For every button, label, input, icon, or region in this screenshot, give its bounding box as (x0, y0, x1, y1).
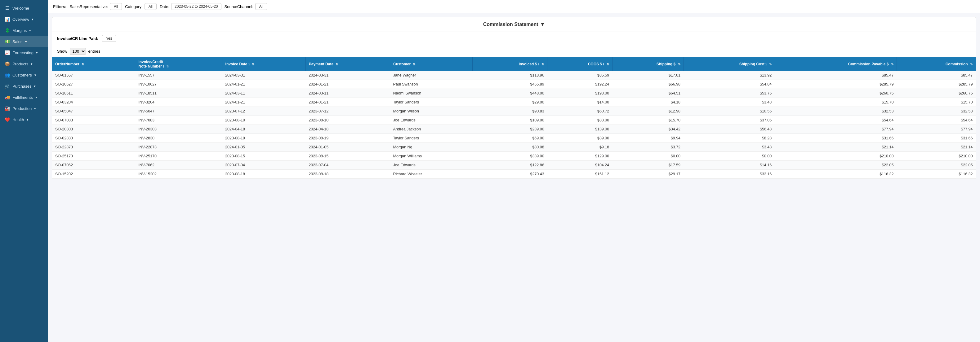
chevron-fulfillments: ▾ (35, 95, 37, 100)
col-customer[interactable]: Customer ⇅ (390, 57, 473, 71)
cell-shipping: $66.98 (612, 80, 684, 89)
cell-payment-date: 2023-07-12 (305, 107, 390, 116)
cell-order-number: SO-01557 (52, 71, 135, 80)
sales-rep-btn[interactable]: All (110, 3, 122, 10)
report-title: Commission Statement (483, 22, 538, 27)
cell-cogs: $198.00 (547, 89, 612, 98)
cell-commission: $285.79 (897, 80, 976, 89)
cell-customer: Paul Swanson (390, 80, 473, 89)
cell-cogs: $9.18 (547, 143, 612, 152)
source-channel-label: SourceChannel: (224, 4, 253, 9)
col-payment-date[interactable]: Payment Date ⇅ (305, 57, 390, 71)
cell-commission: $210.00 (897, 152, 976, 161)
cell-invoiced: $465.89 (473, 80, 547, 89)
cell-shipping: $64.51 (612, 89, 684, 98)
table-body: SO-01557 INV-1557 2024-03-31 2024-03-31 … (52, 71, 976, 179)
source-channel-btn[interactable]: All (255, 3, 267, 10)
cell-cogs: $139.00 (547, 125, 612, 134)
report-controls: Invoice/CR Line Paid: Yes (52, 32, 976, 45)
cell-invoiced: $239.00 (473, 125, 547, 134)
cell-invoiced: $109.00 (473, 116, 547, 125)
cell-order-number: SO-22873 (52, 143, 135, 152)
cell-commission: $15.70 (897, 98, 976, 107)
cell-order-number: SO-18511 (52, 89, 135, 98)
cell-customer: Joe Edwards (390, 116, 473, 125)
sidebar-item-margins[interactable]: 💲 Margins ▾ (0, 25, 48, 36)
sidebar-item-purchases[interactable]: 🛒 Purchases ▾ (0, 81, 48, 92)
sales-rep-filter: SalesRepresentative: All (70, 3, 122, 10)
cell-commission: $32.53 (897, 107, 976, 116)
col-shipping-cost[interactable]: Shipping Cost ℹ ⇅ (684, 57, 775, 71)
date-label: Date: (160, 4, 169, 9)
cell-invoice-credit-note: INV-7083 (135, 116, 222, 125)
sidebar-item-label-purchases: Purchases (13, 84, 31, 89)
cell-invoice-date: 2024-03-11 (222, 89, 305, 98)
sidebar-item-customers[interactable]: 👥 Customers ▾ (0, 70, 48, 81)
col-cogs[interactable]: COGS $ ℹ ⇅ (547, 57, 612, 71)
sidebar-item-label-fulfillments: Fulfillments (13, 95, 33, 100)
col-commission-payable[interactable]: Commission Payable $ ⇅ (775, 57, 897, 71)
sidebar-item-forecasting[interactable]: 📈 Forecasting ▾ (0, 47, 48, 58)
cell-cogs: $192.24 (547, 80, 612, 89)
cell-cogs: $104.24 (547, 161, 612, 170)
sidebar-item-welcome[interactable]: ☰ Welcome (0, 3, 48, 14)
report-title-chevron: ▼ (540, 22, 545, 27)
sidebar-item-label-production: Production (13, 106, 32, 111)
col-invoiced[interactable]: Invoiced $ ℹ ⇅ (473, 57, 547, 71)
cell-invoice-date: 2023-08-10 (222, 116, 305, 125)
cell-invoice-date: 2024-01-05 (222, 143, 305, 152)
cell-invoice-date: 2024-01-21 (222, 98, 305, 107)
cell-customer: Morgan Williams (390, 152, 473, 161)
sidebar-item-production[interactable]: 🏭 Production ▾ (0, 103, 48, 114)
sidebar-item-label-customers: Customers (13, 73, 32, 78)
sidebar-item-health[interactable]: ❤️ Health ▾ (0, 114, 48, 125)
purchases-icon: 🛒 (4, 84, 10, 89)
category-label: Category: (125, 4, 142, 9)
cell-shipping-cost: $56.48 (684, 125, 775, 134)
cell-cogs: $60.72 (547, 107, 612, 116)
col-invoice-credit-note[interactable]: Invoice/CreditNote Number ℹ ⇅ (135, 57, 222, 71)
cell-invoiced: $29.00 (473, 98, 547, 107)
cell-customer: Morgan Wilson (390, 107, 473, 116)
sidebar-item-products[interactable]: 📦 Products ▾ (0, 58, 48, 70)
sidebar-item-sales[interactable]: 💵 Sales ▾ (0, 36, 48, 47)
col-order-number[interactable]: OrderNumber ⇅ (52, 57, 135, 71)
cell-payment-date: 2024-01-21 (305, 98, 390, 107)
cell-order-number: SO-20303 (52, 125, 135, 134)
report-title-bar[interactable]: Commission Statement ▼ (52, 17, 976, 32)
cell-order-number: SO-02830 (52, 134, 135, 143)
cell-shipping-cost: $14.16 (684, 161, 775, 170)
invoice-paid-btn[interactable]: Yes (102, 35, 116, 42)
cell-shipping: $4.18 (612, 98, 684, 107)
col-shipping[interactable]: Shipping $ ⇅ (612, 57, 684, 71)
cell-invoice-credit-note: INV-3204 (135, 98, 222, 107)
cell-payment-date: 2024-01-05 (305, 143, 390, 152)
sidebar-item-overview[interactable]: 📊 Overview ▾ (0, 14, 48, 25)
cell-payment-date: 2024-03-11 (305, 89, 390, 98)
table-row: SO-01557 INV-1557 2024-03-31 2024-03-31 … (52, 71, 976, 80)
cell-shipping-cost: $37.06 (684, 116, 775, 125)
show-select[interactable]: 100 25 50 200 (70, 48, 86, 55)
sidebar-item-fulfillments[interactable]: 🚚 Fulfillments ▾ (0, 92, 48, 103)
overview-icon: 📊 (4, 17, 10, 22)
cell-order-number: SO-07083 (52, 116, 135, 125)
col-invoice-date[interactable]: Invoice Date ℹ ⇅ (222, 57, 305, 71)
cell-shipping-cost: $3.48 (684, 143, 775, 152)
cell-shipping: $12.98 (612, 107, 684, 116)
cell-commission-payable: $31.66 (775, 134, 897, 143)
cell-shipping-cost: $0.00 (684, 152, 775, 161)
col-commission[interactable]: Commission ⇅ (897, 57, 976, 71)
cell-invoiced: $118.96 (473, 71, 547, 80)
customers-icon: 👥 (4, 73, 10, 78)
cell-shipping: $34.42 (612, 125, 684, 134)
cell-commission-payable: $77.94 (775, 125, 897, 134)
date-btn[interactable]: 2023-05-22 to 2024-05-20 (171, 3, 221, 10)
report-panel: Commission Statement ▼ Invoice/CR Line P… (52, 17, 976, 179)
cell-customer: Morgan Ng (390, 143, 473, 152)
forecasting-icon: 📈 (4, 50, 10, 55)
category-btn[interactable]: All (145, 3, 157, 10)
cell-payment-date: 2023-08-18 (305, 170, 390, 179)
cell-invoiced: $122.86 (473, 161, 547, 170)
sales-rep-label: SalesRepresentative: (70, 4, 108, 9)
main-content: Filters: SalesRepresentative: All Catego… (48, 0, 980, 342)
